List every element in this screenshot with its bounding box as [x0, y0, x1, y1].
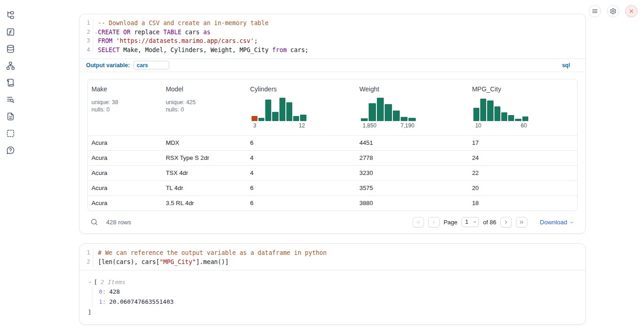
column-header[interactable]: Weight1,8507,190: [356, 79, 468, 135]
histogram-bar: [286, 102, 292, 121]
pagination: Page 1 of 86 Download: [413, 217, 574, 227]
chevrons-right-icon: [519, 219, 525, 225]
column-label: Cylinders: [250, 85, 356, 93]
code-line[interactable]: 1# We can reference the output variable …: [80, 248, 585, 258]
gear-icon: [610, 8, 617, 15]
code-line[interactable]: 3FROM 'https://datasets.marimo.app/cars.…: [80, 37, 585, 46]
column-label: Make: [91, 85, 162, 93]
tree-item-key: 0:: [99, 288, 106, 295]
prev-page-button[interactable]: [428, 217, 440, 227]
code-token: from: [272, 47, 287, 53]
settings-button[interactable]: [607, 5, 619, 17]
stat-line: nulls: 0: [91, 106, 162, 114]
code-line[interactable]: 2⌄CREATE OR replace TABLE cars as: [80, 28, 585, 37]
column-histogram: 312: [252, 97, 306, 129]
axis-max-label: 60: [521, 122, 527, 129]
language-badge[interactable]: sql: [562, 62, 570, 69]
histogram-axis: 1060: [473, 121, 528, 129]
code-line[interactable]: 4SELECT Make, Model, Cylinders, Weight, …: [80, 46, 585, 55]
python-code-editor[interactable]: 1# We can reference the output variable …: [80, 244, 585, 270]
last-page-button[interactable]: [516, 217, 527, 227]
database-icon[interactable]: [6, 44, 15, 53]
code-token: -- Download a CSV and create an in-memor…: [98, 20, 268, 26]
table-row[interactable]: AcuraTL 4dr6357520: [88, 180, 577, 196]
download-label: Download: [540, 219, 567, 226]
download-button[interactable]: Download: [540, 219, 574, 226]
stat-line: unique: 38: [91, 99, 162, 106]
functions-icon[interactable]: [6, 27, 15, 37]
table-cell: Acura: [88, 185, 162, 191]
table-cell: Acura: [88, 169, 162, 176]
axis-min-label: 3: [253, 122, 257, 129]
data-table: Makeunique: 38nulls: 0Modelunique: 425nu…: [87, 79, 578, 211]
line-number: 2: [80, 258, 93, 267]
column-header[interactable]: Modelunique: 425nulls: 0: [162, 79, 246, 135]
snippets-icon[interactable]: [6, 129, 15, 138]
dependency-graph-icon[interactable]: [6, 61, 15, 70]
column-stats: unique: 38nulls: 0: [91, 99, 162, 114]
python-cell: 1# We can reference the output variable …: [79, 243, 586, 325]
column-header[interactable]: Cylinders312: [247, 79, 356, 135]
column-label: MPG_City: [472, 85, 577, 93]
sql-code-editor[interactable]: 1-- Download a CSV and create an in-memo…: [80, 14, 585, 58]
table-row[interactable]: AcuraRSX Type S 2dr4277824: [88, 150, 577, 165]
table-cell: 2778: [356, 154, 468, 161]
page-total: of 86: [483, 219, 496, 226]
code-text[interactable]: [len(cars), cars["MPG_City"].mean()]: [93, 258, 229, 267]
search-icon[interactable]: [90, 218, 98, 226]
column-header[interactable]: MPG_City1060: [468, 79, 577, 135]
code-text[interactable]: -- Download a CSV and create an in-memor…: [93, 19, 268, 28]
output-variable-input[interactable]: [134, 61, 169, 69]
column-label: Model: [166, 85, 246, 93]
column-header[interactable]: Makeunique: 38nulls: 0: [88, 79, 162, 135]
histogram-bar: [293, 116, 299, 121]
table-cell: 6: [247, 139, 356, 146]
sql-cell: 1-- Download a CSV and create an in-memo…: [79, 14, 586, 234]
code-text[interactable]: CREATE OR replace TABLE cars as: [93, 28, 210, 37]
table-cell: TSX 4dr: [162, 169, 246, 176]
code-text[interactable]: FROM 'https://datasets.marimo.app/cars.c…: [93, 37, 258, 46]
page-select[interactable]: 1: [462, 217, 479, 227]
file-tree-icon[interactable]: [6, 11, 15, 20]
table-row[interactable]: AcuraTSX 4dr4323022: [88, 165, 577, 180]
table-row[interactable]: Acura3.5 RL 4dr6388018: [88, 196, 577, 211]
tree-item[interactable]: 1:20.060747663551403: [99, 297, 585, 307]
sql-output-area: Makeunique: 38nulls: 0Modelunique: 425nu…: [80, 72, 585, 227]
tree-item[interactable]: 0:428: [99, 287, 585, 297]
table-row[interactable]: AcuraMDX6445117: [88, 135, 577, 150]
help-icon[interactable]: [6, 146, 15, 155]
python-output-tree: [ 2 Items 0:4281:20.060747663551403 ]: [80, 270, 585, 317]
list-search-icon[interactable]: [6, 95, 15, 104]
line-number: 1: [80, 248, 93, 258]
table-cell: 4451: [356, 139, 468, 146]
code-text[interactable]: # We can reference the output variable a…: [93, 248, 327, 258]
tree-item-value: 428: [109, 288, 120, 295]
stat-line: nulls: 0: [166, 106, 246, 114]
code-line[interactable]: 2[len(cars), cars["MPG_City"].mean()]: [80, 258, 585, 267]
document-icon[interactable]: [6, 112, 15, 121]
output-variable-label: Output variable:: [86, 62, 130, 69]
code-text[interactable]: SELECT Make, Model, Cylinders, Weight, M…: [93, 46, 309, 55]
chevron-right-icon: [503, 219, 509, 225]
menu-button[interactable]: [589, 5, 601, 17]
chevron-down-icon[interactable]: [88, 280, 92, 285]
table-cell: 17: [468, 139, 577, 146]
fold-chevron-icon[interactable]: ⌄: [95, 28, 97, 36]
sidebar: [0, 0, 21, 333]
line-number: 3: [80, 37, 93, 46]
line-number: 4: [80, 46, 93, 55]
next-page-button[interactable]: [500, 217, 512, 227]
table-cell: 24: [468, 154, 577, 161]
histogram-bar: [508, 115, 514, 121]
table-cell: 18: [468, 200, 577, 206]
scroll-icon[interactable]: [6, 78, 15, 87]
axis-max-label: 12: [299, 122, 305, 129]
histogram-bar: [265, 100, 271, 121]
code-token: [len(cars), cars[: [98, 259, 160, 265]
axis-min-label: 1,850: [363, 122, 376, 129]
first-page-button[interactable]: [413, 217, 424, 227]
close-button[interactable]: [625, 5, 638, 17]
code-token: [113, 37, 116, 44]
table-cell: 3230: [356, 169, 468, 176]
code-line[interactable]: 1-- Download a CSV and create an in-memo…: [80, 19, 585, 28]
